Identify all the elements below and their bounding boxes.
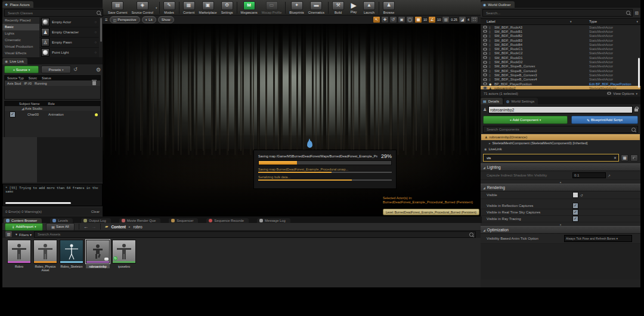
- component-root-row[interactable]: ♟robroanimbp2(Instance): [481, 134, 640, 140]
- select-tool-icon[interactable]: ↖: [373, 16, 380, 23]
- content-button[interactable]: ▦Content: [181, 1, 197, 15]
- camera-speed-value[interactable]: 4: [467, 18, 470, 21]
- scale-snap-icon[interactable]: ▥: [442, 16, 450, 23]
- tab-details[interactable]: ▤Details: [481, 98, 503, 104]
- refresh-icon[interactable]: ↺: [73, 67, 78, 72]
- col-label[interactable]: Label: [481, 20, 496, 23]
- blueprint-add-script-button[interactable]: ✎Blueprint/Add Script: [571, 116, 638, 124]
- section-lighting[interactable]: ◢Lighting: [481, 163, 640, 171]
- add-import-button[interactable]: ⇓Add/Import▾: [5, 223, 43, 231]
- col-subject-name[interactable]: Subject Name: [19, 102, 40, 106]
- visibility-eye-icon[interactable]: [483, 69, 487, 72]
- asset-robro-physics[interactable]: Robro_Physics Asset: [33, 240, 57, 272]
- component-child-row[interactable]: ▸SkeletalMeshComponent (SkeletalMeshComp…: [481, 140, 640, 146]
- marketplace-button[interactable]: ▣Marketplace: [197, 1, 219, 15]
- visibility-eye-icon[interactable]: [483, 39, 487, 42]
- grid-snap-value[interactable]: 10: [423, 18, 428, 21]
- scale-tool-icon[interactable]: ▣: [398, 16, 405, 23]
- visible-checkbox[interactable]: [572, 192, 578, 198]
- list-item-empty-pawn[interactable]: ♙Empty Pawn○: [39, 38, 99, 48]
- delete-source-icon[interactable]: [92, 81, 96, 85]
- browse-button[interactable]: ♟Browse: [381, 1, 397, 15]
- sky-captures-checkbox[interactable]: ✓: [572, 209, 578, 215]
- outliner-search[interactable]: [482, 9, 633, 17]
- table-row[interactable]: ▯SM_BDF_RockA3StaticMeshActor: [481, 25, 640, 29]
- col-role[interactable]: Role: [48, 102, 55, 106]
- col-source-machine[interactable]: Sourc: [29, 76, 37, 80]
- table-row[interactable]: ▯SM_BDF_SlopeB_Convex3StaticMeshActor: [481, 73, 640, 77]
- clear-button[interactable]: Clear: [91, 210, 100, 213]
- search-input[interactable]: [36, 232, 469, 237]
- drag-grip-icon[interactable]: ○: [94, 51, 97, 54]
- tab-world-outliner[interactable]: ◉World Outliner: [481, 1, 515, 8]
- table-row[interactable]: ▯SM_BDF_RockB1StaticMeshActor: [481, 29, 640, 33]
- tab-live-link[interactable]: ◉Live Link: [2, 58, 27, 64]
- tab-sequencer[interactable]: Sequencer: [169, 218, 198, 223]
- col-type[interactable]: Type: [589, 20, 597, 23]
- source-row[interactable]: Axis Stud IP://0 Running: [5, 80, 100, 86]
- play-button[interactable]: ▶Play: [346, 1, 361, 15]
- move-tool-icon[interactable]: ✚: [381, 16, 389, 23]
- lock-icon[interactable]: [634, 109, 638, 111]
- property-filter-box[interactable]: ✕: [483, 154, 619, 162]
- search-input[interactable]: [485, 11, 626, 16]
- source-control-button[interactable]: ◈Source Control: [129, 1, 155, 15]
- category-recently-placed[interactable]: Recently Placed: [2, 17, 39, 24]
- category-lights[interactable]: Lights: [2, 30, 39, 37]
- outliner-filter-icon[interactable]: ▧: [634, 11, 639, 16]
- world-local-icon[interactable]: ◯: [406, 16, 414, 23]
- asset-robro[interactable]: Robro: [7, 240, 31, 268]
- tab-output-log[interactable]: Output Log: [81, 218, 111, 223]
- modes-button[interactable]: ✎Modes: [162, 1, 177, 15]
- property-matrix-icon[interactable]: ▦: [621, 154, 628, 162]
- expand-arrow-icon[interactable]: ▸: [489, 141, 491, 145]
- view-options-button[interactable]: View Options▾: [607, 92, 637, 95]
- drag-grip-icon[interactable]: ○: [94, 41, 97, 44]
- visibility-eye-icon[interactable]: [483, 82, 487, 85]
- edit-blueprint-link[interactable]: Edit BP_BDF_PlayerPosition: [589, 82, 631, 86]
- back-arrow-icon[interactable]: ←: [83, 224, 88, 230]
- visibility-eye-icon[interactable]: [483, 35, 487, 38]
- tab-levels[interactable]: Levels: [50, 218, 73, 223]
- search-components[interactable]: [483, 126, 638, 133]
- visibility-eye-icon[interactable]: [483, 43, 487, 46]
- blueprints-button[interactable]: ✦Blueprints: [287, 1, 305, 15]
- column-options-icon[interactable]: ▾: [636, 20, 638, 23]
- grid-snap-icon[interactable]: ▦: [414, 16, 422, 23]
- clear-filter-icon[interactable]: ✕: [614, 156, 617, 160]
- tab-content-browser[interactable]: Content Browser: [4, 218, 42, 223]
- visibility-eye-icon[interactable]: [483, 73, 487, 76]
- table-row[interactable]: ▯SM_BDF_RockB3StaticMeshActor: [481, 38, 640, 42]
- table-row[interactable]: ▯SM_BDF_RockD2StaticMeshActor: [481, 60, 640, 64]
- scrollbar[interactable]: [100, 18, 102, 42]
- category-virtual-production[interactable]: Virtual Production: [2, 44, 39, 50]
- table-row[interactable]: ▯SM_BDF_SlopeB_Convex4StaticMeshActor: [481, 78, 640, 82]
- save-current-button[interactable]: ▤Save Current: [106, 1, 129, 15]
- scale-snap-value[interactable]: 0.25: [450, 18, 458, 21]
- megascans-button[interactable]: MMegascans: [239, 1, 259, 15]
- table-row[interactable]: ▯SM_BDF_RockC2StaticMeshActor: [481, 51, 640, 55]
- sort-caret-icon[interactable]: ▾: [570, 20, 572, 23]
- add-source-button[interactable]: + Source▾: [4, 66, 39, 73]
- subject-row[interactable]: ✓ Char00 Animation: [5, 111, 100, 118]
- chevron-down-icon[interactable]: ▾: [156, 6, 157, 10]
- visibility-eye-icon[interactable]: [483, 78, 487, 81]
- visibility-eye-icon[interactable]: [483, 26, 487, 29]
- visibility-eye-icon[interactable]: [483, 56, 487, 59]
- settings-button[interactable]: ⚙Settings: [219, 1, 235, 15]
- search-input[interactable]: [485, 127, 631, 132]
- curve-icon[interactable]: ↗: [608, 174, 611, 178]
- maximize-viewport-icon[interactable]: ⛶: [470, 16, 478, 23]
- category-cinematic[interactable]: Cinematic: [2, 37, 39, 44]
- viewport-menu-icon[interactable]: ≡: [105, 17, 108, 23]
- table-row[interactable]: ◉BP_BDF_PlayerPositionEdit BP_BDF_Player…: [481, 82, 640, 86]
- asset-robroanimbp-selected[interactable]: … robroanimbp: [86, 240, 110, 268]
- table-row[interactable]: ▯SM_BDF_RockB2StaticMeshActor: [481, 34, 640, 38]
- launch-button[interactable]: ▲Launch: [361, 1, 377, 15]
- search-input[interactable]: [7, 11, 97, 16]
- sources-panel-icon[interactable]: ▥: [5, 231, 13, 238]
- live-link-settings-gear-icon[interactable]: ⚙: [96, 67, 101, 73]
- asset-tposebro[interactable]: ↻ tposebro: [112, 240, 136, 268]
- angle-snap-value[interactable]: 10: [436, 18, 441, 21]
- perspective-dropdown[interactable]: ◫Perspective: [110, 16, 140, 23]
